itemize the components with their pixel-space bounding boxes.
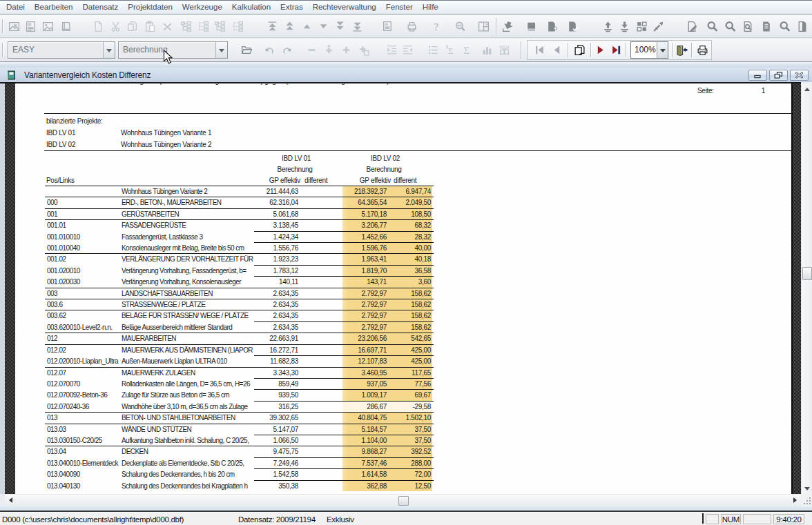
sum-icon[interactable]: Σ <box>460 44 472 57</box>
chart-icon[interactable] <box>481 44 493 57</box>
import-position-icon[interactable] <box>501 20 513 32</box>
catalog-transfer-icon[interactable] <box>525 20 537 32</box>
exit-view-icon[interactable] <box>675 44 688 57</box>
move-pagedown-icon[interactable] <box>334 20 346 32</box>
document-exit-icon[interactable] <box>796 20 809 32</box>
menu-werkzeuge[interactable]: Werkzeuge <box>177 1 227 13</box>
window-split-icon[interactable] <box>477 20 490 32</box>
toolbar-grip[interactable] <box>2 19 4 33</box>
nav-prev-icon[interactable] <box>550 44 563 57</box>
print-icon[interactable] <box>405 20 418 32</box>
easy-combobox[interactable]: EASY <box>8 41 115 59</box>
move-down-icon[interactable] <box>317 20 329 32</box>
insert-block-icon[interactable] <box>357 44 369 57</box>
redo-icon[interactable] <box>280 44 293 57</box>
toolbar-grip-2[interactable] <box>2 43 4 57</box>
report-document-icon[interactable] <box>24 20 37 32</box>
move-up-icon[interactable] <box>300 20 313 32</box>
nav-last-icon[interactable] <box>610 44 622 57</box>
branch-down-icon[interactable] <box>618 20 630 32</box>
search-position-icon[interactable] <box>724 20 736 32</box>
copy-icon[interactable] <box>126 20 138 32</box>
help-icon[interactable]: ? <box>429 20 442 32</box>
status-lock-mode: Exklusiv <box>327 515 354 524</box>
cell-pos: 012.07 <box>47 369 66 377</box>
document-add-icon[interactable] <box>545 20 558 32</box>
delete-icon[interactable] <box>161 20 173 32</box>
elements-grid-icon[interactable] <box>635 20 648 32</box>
search-globe-icon[interactable] <box>454 20 466 32</box>
table-row: 013.040130Schalung des Deckenrandes bei … <box>45 480 434 491</box>
open-folder-icon[interactable] <box>240 44 253 57</box>
scroll-down-button[interactable] <box>802 483 812 494</box>
outdent-icon[interactable] <box>385 44 398 57</box>
cell-gp-lv01: 350,38 <box>211 482 298 490</box>
menu-rechteverwaltung[interactable]: Rechteverwaltung <box>308 1 381 13</box>
pages-icon[interactable] <box>573 44 586 57</box>
vertical-scrollbar[interactable] <box>801 83 812 494</box>
document-window-titlebar[interactable]: Variantenvergleich Kosten Differenz <box>0 68 812 82</box>
tree-list-icon[interactable] <box>231 20 244 32</box>
close-button[interactable] <box>790 70 809 81</box>
restore-button[interactable] <box>769 70 788 81</box>
mode-combobox-dropdown-icon[interactable] <box>215 42 227 58</box>
report-picture-icon[interactable] <box>8 20 20 32</box>
tree-branch-icon[interactable] <box>213 20 226 32</box>
vertical-scrollbar-thumb[interactable] <box>802 267 812 280</box>
new-document-icon[interactable] <box>92 20 104 32</box>
remove-row-icon[interactable] <box>305 44 318 57</box>
document-magnify-icon[interactable] <box>742 20 754 32</box>
cell-diff-lv02: 77,56 <box>376 380 431 388</box>
menu-fenster[interactable]: Fenster <box>381 1 418 13</box>
nav-play-icon[interactable] <box>594 44 606 57</box>
scroll-right-button[interactable] <box>789 495 800 506</box>
horizontal-scrollbar[interactable] <box>5 494 800 506</box>
search-document-icon[interactable] <box>706 20 718 32</box>
menu-datei[interactable]: Datei <box>1 1 30 13</box>
sheet-edit-icon[interactable] <box>686 20 698 32</box>
move-pageup-icon[interactable] <box>283 20 296 32</box>
sum-positions-icon[interactable]: Σ <box>443 44 455 57</box>
document-edit-icon[interactable] <box>566 20 579 32</box>
horizontal-scrollbar-thumb[interactable] <box>398 496 409 506</box>
reb-book-icon[interactable]: REB <box>498 44 510 57</box>
move-top-icon[interactable] <box>266 20 278 32</box>
easy-combobox-dropdown-icon[interactable] <box>103 42 115 58</box>
paste-icon[interactable] <box>144 20 156 32</box>
dart-tool-icon[interactable] <box>652 20 664 32</box>
insert-above-icon[interactable] <box>322 44 335 57</box>
cell-diff-lv02: 425,00 <box>376 346 431 354</box>
insert-icon[interactable] <box>340 44 352 57</box>
cell-diff-lv02: 158,62 <box>376 324 431 331</box>
move-bottom-icon[interactable] <box>351 20 363 32</box>
menu-bearbeiten[interactable]: Bearbeiten <box>30 1 78 13</box>
tree-insert-icon[interactable] <box>180 20 192 32</box>
print-preview-icon[interactable] <box>381 20 394 32</box>
minimize-button[interactable] <box>748 70 767 81</box>
resize-grip[interactable] <box>800 494 812 506</box>
numbered-list-icon[interactable] <box>427 44 439 57</box>
tree-outline-icon[interactable] <box>197 20 209 32</box>
scroll-left-button[interactable] <box>5 495 16 506</box>
menu-extras[interactable]: Extras <box>276 1 308 13</box>
mode-combobox[interactable]: Berechnung <box>118 41 228 59</box>
scroll-up-button[interactable] <box>802 83 812 95</box>
cell-pos: 003.620010-Level2-n.n. <box>47 324 113 331</box>
menu-hilfe[interactable]: Hilfe <box>418 1 443 13</box>
magnifier-icon[interactable] <box>778 20 791 32</box>
zoom-dropdown-icon[interactable] <box>657 42 668 58</box>
indent-icon[interactable] <box>401 44 414 57</box>
nav-first-icon[interactable] <box>533 44 545 57</box>
menu-projektdaten[interactable]: Projektdaten <box>123 1 177 13</box>
printer-icon[interactable] <box>696 44 708 57</box>
document-lines-icon[interactable] <box>760 20 773 32</box>
cut-icon[interactable] <box>109 20 122 32</box>
zoom-combobox[interactable]: 100% <box>630 41 668 59</box>
catalog-book-icon[interactable] <box>59 20 72 32</box>
branch-up-icon[interactable] <box>601 20 614 32</box>
image-export-icon[interactable] <box>41 20 54 32</box>
undo-icon[interactable] <box>263 44 276 57</box>
report-table: Wohnhaus Tübingen Variante 2211.444,6321… <box>45 186 434 491</box>
menu-datensatz[interactable]: Datensatz <box>77 1 123 13</box>
menu-kalkulation[interactable]: Kalkulation <box>227 1 276 13</box>
